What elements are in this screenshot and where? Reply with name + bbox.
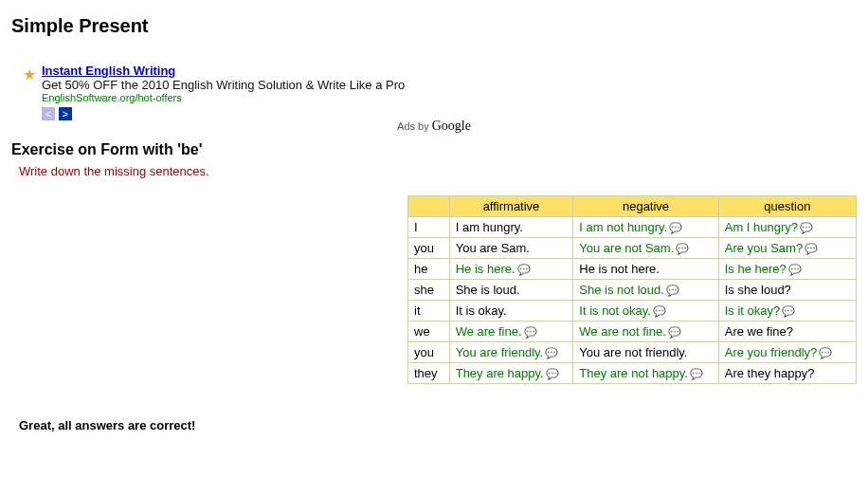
comment-icon[interactable]: 💬 bbox=[668, 326, 681, 339]
question-cell: Are you Sam?💬 bbox=[718, 237, 856, 258]
table-header-blank bbox=[408, 195, 450, 216]
pronoun-cell: I bbox=[408, 216, 450, 237]
affirmative-cell: I am hungry. bbox=[449, 216, 573, 237]
comment-icon[interactable]: 💬 bbox=[788, 264, 802, 276]
table-row: II am hungry.I am not hungry.💬Am I hungr… bbox=[408, 216, 857, 237]
ad-block: ★ Instant English Writing Get 50% OFF th… bbox=[42, 64, 857, 120]
question-cell: Is it okay?💬 bbox=[718, 300, 856, 321]
negative-cell: He is not here. bbox=[573, 258, 718, 279]
question-cell: Am I hungry?💬 bbox=[718, 216, 856, 237]
negative-cell: I am not hungry.💬 bbox=[573, 216, 718, 237]
question-cell: Is she loud? bbox=[718, 279, 856, 300]
ad-url[interactable]: EnglishSoftware.org/hot-offers bbox=[42, 92, 405, 103]
negative-cell: They are not happy.💬 bbox=[573, 363, 718, 384]
negative-cell: It is not okay.💬 bbox=[573, 300, 718, 321]
question-cell: Are you friendly?💬 bbox=[718, 341, 856, 362]
result-message: Great, all answers are correct! bbox=[19, 418, 857, 432]
affirmative-cell: We are fine.💬 bbox=[449, 321, 573, 341]
comment-icon[interactable]: 💬 bbox=[666, 285, 679, 297]
comment-icon[interactable]: 💬 bbox=[819, 347, 832, 359]
comment-icon[interactable]: 💬 bbox=[546, 368, 559, 380]
table-row: youYou are Sam.You are not Sam.💬Are you … bbox=[408, 237, 857, 258]
pronoun-cell: she bbox=[408, 279, 450, 300]
comment-icon[interactable]: 💬 bbox=[524, 326, 537, 339]
table-header-question: question bbox=[718, 195, 856, 216]
exercise-table: affirmative negative question II am hung… bbox=[407, 195, 857, 385]
ad-next-button[interactable]: > bbox=[59, 107, 72, 120]
question-cell: Are we fine? bbox=[718, 321, 856, 341]
question-cell: Is he here?💬 bbox=[718, 258, 856, 279]
ad-prev-button[interactable]: < bbox=[42, 107, 55, 120]
table-header-affirmative: affirmative bbox=[449, 195, 573, 216]
negative-cell: You are not Sam.💬 bbox=[573, 237, 718, 258]
affirmative-cell: He is here.💬 bbox=[449, 258, 573, 279]
ad-description: Get 50% OFF the 2010 English Writing Sol… bbox=[42, 78, 405, 92]
comment-icon[interactable]: 💬 bbox=[690, 368, 703, 380]
negative-cell: You are not friendly. bbox=[573, 341, 718, 362]
affirmative-cell: She is loud. bbox=[449, 279, 573, 300]
pronoun-cell: he bbox=[408, 258, 450, 279]
comment-icon[interactable]: 💬 bbox=[805, 243, 818, 255]
pronoun-cell: we bbox=[408, 321, 450, 341]
comment-icon[interactable]: 💬 bbox=[517, 264, 531, 276]
table-row: heHe is here.💬He is not here.Is he here?… bbox=[408, 258, 857, 279]
pronoun-cell: you bbox=[408, 237, 450, 258]
table-row: weWe are fine.💬We are not fine.💬Are we f… bbox=[408, 321, 857, 341]
comment-icon[interactable]: 💬 bbox=[545, 347, 558, 359]
table-row: sheShe is loud.She is not loud.💬Is she l… bbox=[408, 279, 857, 300]
comment-icon[interactable]: 💬 bbox=[669, 222, 682, 234]
ads-by-label: Ads by Google bbox=[11, 119, 857, 134]
affirmative-cell: It is okay. bbox=[449, 300, 573, 321]
affirmative-cell: You are friendly.💬 bbox=[449, 341, 573, 362]
page-title: Simple Present bbox=[11, 15, 857, 37]
pronoun-cell: you bbox=[408, 341, 450, 362]
table-row: youYou are friendly.💬You are not friendl… bbox=[408, 341, 857, 362]
table-row: theyThey are happy.💬They are not happy.💬… bbox=[408, 363, 857, 384]
question-cell: Are they happy? bbox=[718, 363, 856, 384]
table-row: itIt is okay.It is not okay.💬Is it okay?… bbox=[408, 300, 857, 321]
table-header-negative: negative bbox=[573, 195, 718, 216]
ad-nav: < > bbox=[42, 105, 405, 120]
ad-title-link[interactable]: Instant English Writing bbox=[42, 64, 175, 78]
exercise-heading: Exercise on Form with 'be' bbox=[11, 141, 857, 158]
affirmative-cell: They are happy.💬 bbox=[449, 363, 573, 384]
comment-icon[interactable]: 💬 bbox=[676, 243, 689, 255]
negative-cell: She is not loud.💬 bbox=[573, 279, 718, 300]
star-icon: ★ bbox=[23, 65, 36, 83]
comment-icon[interactable]: 💬 bbox=[800, 222, 813, 234]
exercise-instruction: Write down the missing sentences. bbox=[19, 164, 857, 178]
comment-icon[interactable]: 💬 bbox=[653, 305, 666, 318]
pronoun-cell: they bbox=[408, 363, 450, 384]
affirmative-cell: You are Sam. bbox=[449, 237, 573, 258]
comment-icon[interactable]: 💬 bbox=[782, 305, 795, 318]
pronoun-cell: it bbox=[408, 300, 450, 321]
negative-cell: We are not fine.💬 bbox=[573, 321, 718, 341]
